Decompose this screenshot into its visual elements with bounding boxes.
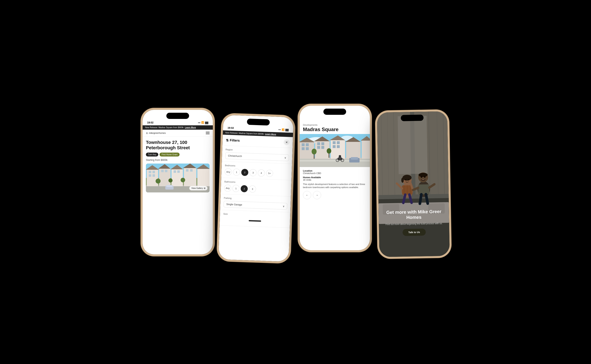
svg-rect-67 [351, 157, 358, 160]
phone-1: 19:02 ▪▪▪ 📶 ▓▓ New Release: Madras Squar… [143, 110, 213, 254]
filter-bathrooms: Bathrooms Any 1 2 3 [221, 178, 292, 196]
svg-rect-47 [337, 141, 340, 144]
location-value: Christchurch CBD [303, 172, 367, 175]
status-icons-1: ▪▪▪ 📶 ▓▓ [198, 121, 208, 124]
view-gallery-text: View Gallery [191, 187, 203, 189]
banner-link-2[interactable]: Learn More [265, 133, 276, 136]
svg-rect-43 [321, 146, 324, 149]
view-gallery-btn[interactable]: View Gallery ⊞ [189, 186, 207, 190]
bedroom-any[interactable]: Any [225, 168, 232, 175]
bathrooms-label: Bathrooms [224, 180, 288, 185]
talk-to-us-btn[interactable]: Talk to Us [403, 228, 426, 236]
close-filters-btn[interactable]: ✕ [284, 139, 290, 145]
bedroom-5plus[interactable]: 5+ [266, 169, 273, 177]
svg-rect-9 [159, 169, 171, 186]
townhouse-scene: View Gallery ⊞ [146, 163, 210, 192]
phone4-subtitle: Find out more about beginning the build … [383, 221, 445, 226]
bathroom-options: Any 1 2 3 [224, 184, 288, 194]
logo-icon-1: ∧ [146, 131, 148, 135]
tag-first-home: First Home Grant [159, 153, 179, 156]
dynamic-island-4 [401, 115, 424, 121]
filter-parking: Parking Single Garage ∨ [220, 194, 291, 213]
svg-rect-7 [153, 174, 155, 177]
status-icons-2: ▪▪▪ 📶 ▓▓ [278, 128, 289, 131]
parking-dropdown[interactable]: Single Garage ∨ [224, 201, 287, 209]
phone-2-screen: 19:02 ▪▪▪ 📶 ▓▓ New Release: Madras Squar… [219, 115, 294, 262]
status-time-2: 19:02 [227, 126, 234, 129]
signal-icon: ▪▪▪ [198, 121, 200, 124]
svg-rect-3 [147, 170, 158, 186]
parking-value: Single Garage [226, 203, 242, 206]
phone-3: 19:02 ▪▪▪ Developments Madras Square [300, 106, 370, 250]
svg-rect-10 [161, 170, 164, 172]
svg-rect-14 [173, 170, 176, 173]
location-label: Location [303, 169, 367, 172]
svg-rect-18 [186, 169, 188, 172]
svg-point-25 [181, 178, 185, 182]
phone-4: 19:02 Get more with Mike Greer Homes Fin… [377, 111, 450, 257]
banner-1: New Release: Madras Square from $669k Le… [143, 125, 213, 130]
svg-rect-48 [333, 145, 336, 148]
phones-container: 19:02 ▪▪▪ 📶 ▓▓ New Release: Madras Squar… [130, 98, 461, 267]
nav-bar-1: ∧ mikegreerhomes [143, 130, 213, 136]
phone1-content: Townhouse 27, 100 Peterborough Street Tu… [143, 136, 213, 196]
bathroom-1[interactable]: 1 [232, 185, 239, 192]
filter-icon: ⇅ [226, 138, 229, 142]
battery-icon-2: ▓▓ [285, 128, 289, 131]
svg-rect-13 [172, 169, 183, 186]
svg-rect-34 [302, 143, 305, 146]
svg-rect-15 [177, 170, 180, 173]
svg-rect-27 [166, 185, 173, 187]
dev-category: Developments [303, 124, 367, 126]
next-arrow-btn[interactable]: → [313, 191, 321, 199]
svg-rect-5 [153, 171, 155, 173]
phone-4-screen: 19:02 Get more with Mike Greer Homes Fin… [377, 111, 450, 257]
dynamic-island-3 [323, 109, 346, 115]
homes-block: Homes Available 16 Units [303, 176, 367, 181]
property-tags: Turn Key First Home Grant [146, 153, 210, 156]
bathroom-3[interactable]: 3 [249, 185, 256, 192]
property-image-1: View Gallery ⊞ [146, 163, 210, 192]
region-label: Region [226, 148, 289, 153]
dev-header: Developments Madras Square [300, 121, 370, 134]
bedroom-4[interactable]: 4 [258, 169, 265, 176]
svg-rect-37 [306, 147, 309, 150]
svg-point-56 [312, 149, 317, 155]
chevron-down-icon-2: ∨ [283, 205, 285, 208]
bedroom-1[interactable]: 1 [233, 169, 240, 176]
svg-rect-51 [346, 142, 361, 159]
banner-text-1: New Release: Madras Square from $669k [145, 126, 184, 129]
logo-text-1: mikegreerhomes [149, 132, 166, 134]
status-icons-3: ▪▪▪ [363, 117, 365, 120]
signal-icon-2: ▪▪▪ [278, 128, 281, 131]
svg-rect-40 [317, 142, 320, 145]
svg-rect-36 [302, 147, 305, 150]
battery-icon: ▓▓ [205, 121, 208, 124]
banner-text-2: New Release: Madras Square from $669k [225, 131, 264, 135]
bedrooms-label: Bedrooms [225, 164, 289, 169]
homes-value: 16 Units [303, 179, 367, 181]
dev-description: This stylish development features a sele… [303, 183, 367, 189]
gallery-icon: ⊞ [204, 187, 206, 189]
svg-rect-21 [197, 169, 210, 186]
phone-1-screen: 19:02 ▪▪▪ 📶 ▓▓ New Release: Madras Squar… [143, 110, 213, 254]
hamburger-line [206, 132, 210, 132]
bathroom-2[interactable]: 2 [240, 185, 248, 192]
svg-rect-46 [333, 141, 336, 144]
region-dropdown[interactable]: Christchurch ∨ [225, 152, 289, 161]
hamburger-line [206, 134, 210, 134]
homes-label: Homes Available [303, 176, 367, 179]
bedroom-2[interactable]: 2 [241, 169, 248, 176]
svg-rect-41 [321, 142, 324, 145]
svg-rect-6 [149, 174, 151, 177]
wifi-icon-2: 📶 [282, 128, 285, 131]
prev-arrow-btn[interactable]: ← [303, 191, 311, 199]
bathroom-any[interactable]: Any [224, 184, 231, 192]
property-title-1: Townhouse 27, 100 Peterborough Street [146, 140, 210, 151]
hamburger-menu-1[interactable] [206, 132, 210, 134]
tag-turn-key: Turn Key [146, 153, 158, 156]
bedroom-3[interactable]: 3 [249, 169, 257, 176]
svg-rect-35 [306, 143, 309, 146]
dynamic-island-2 [247, 118, 270, 125]
banner-link-1[interactable]: Learn More [185, 126, 196, 129]
